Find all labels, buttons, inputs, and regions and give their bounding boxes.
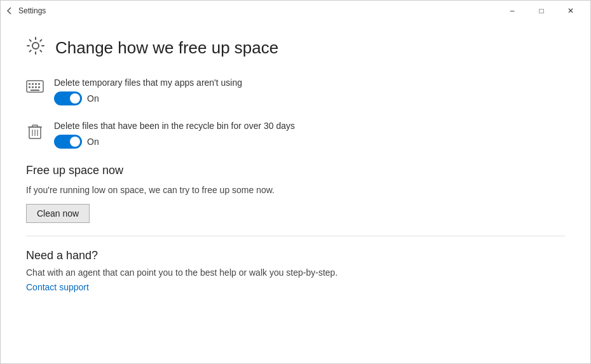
main-content: Change how we free up space: [1, 21, 590, 363]
contact-support-link[interactable]: Contact support: [26, 282, 89, 292]
toggle-thumb-recycle: [70, 137, 80, 147]
free-up-description: If you're running low on space, we can t…: [26, 185, 565, 195]
toggle-row-temp: On: [54, 91, 242, 105]
page-title: Change how we free up space: [55, 38, 278, 58]
toggle-track-recycle: [54, 135, 82, 149]
svg-rect-5: [38, 83, 40, 85]
free-up-section: Free up space now If you're running low …: [26, 164, 565, 223]
toggle-row-recycle: On: [54, 135, 295, 149]
toggle-thumb-temp: [70, 93, 80, 104]
setting-recycle-bin-label: Delete files that have been in the recyc…: [54, 121, 295, 131]
svg-rect-10: [31, 90, 39, 91]
setting-recycle-bin-content: Delete files that have been in the recyc…: [54, 121, 295, 149]
keyboard-icon: [26, 80, 44, 97]
free-up-title: Free up space now: [26, 164, 565, 177]
svg-rect-3: [32, 83, 34, 85]
toggle-temp-files[interactable]: [54, 91, 82, 105]
toggle-recycle-bin[interactable]: [54, 135, 82, 149]
svg-rect-7: [32, 86, 34, 88]
svg-rect-8: [35, 86, 37, 88]
setting-recycle-bin: Delete files that have been in the recyc…: [26, 121, 565, 149]
svg-point-0: [32, 43, 39, 49]
toggle-label-recycle: On: [87, 137, 99, 147]
minimize-button[interactable]: –: [498, 1, 527, 21]
svg-rect-9: [38, 86, 40, 88]
settings-gear-icon: [26, 36, 45, 60]
setting-temp-files-label: Delete temporary files that my apps aren…: [54, 78, 242, 88]
back-button[interactable]: [6, 7, 13, 15]
help-section: Need a hand? Chat with an agent that can…: [26, 249, 565, 293]
help-title: Need a hand?: [26, 249, 565, 262]
close-button[interactable]: ✕: [556, 1, 585, 21]
toggle-label-temp: On: [87, 93, 99, 104]
title-bar-controls: – □ ✕: [498, 1, 585, 21]
trash-icon: [26, 123, 44, 144]
clean-now-button[interactable]: Clean now: [26, 204, 90, 223]
svg-rect-6: [29, 86, 31, 88]
help-description: Chat with an agent that can point you to…: [26, 267, 565, 278]
svg-rect-2: [29, 83, 31, 85]
maximize-button[interactable]: □: [527, 1, 556, 21]
section-divider: [26, 236, 565, 236]
setting-temp-files-content: Delete temporary files that my apps aren…: [54, 78, 242, 105]
title-bar-left: Settings: [6, 6, 46, 15]
page-header: Change how we free up space: [26, 36, 565, 60]
title-bar: Settings – □ ✕: [1, 1, 590, 21]
setting-temp-files: Delete temporary files that my apps aren…: [26, 78, 565, 105]
window-title: Settings: [18, 6, 46, 15]
settings-window: Settings – □ ✕ Change how we free up spa…: [0, 0, 591, 364]
toggle-track-temp: [54, 91, 82, 105]
svg-rect-4: [35, 83, 37, 85]
